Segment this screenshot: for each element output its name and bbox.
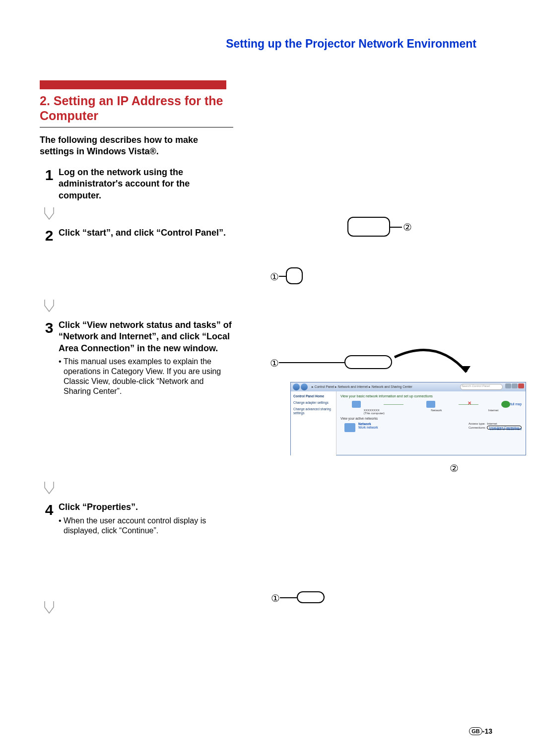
sidebar-link[interactable]: Change advanced sharing settings [293, 407, 334, 415]
down-arrow-icon [40, 600, 59, 614]
intro-text: The following describes how to make sett… [40, 134, 233, 158]
step-3: 3 Click “View network status and tasks” … [40, 319, 233, 396]
step-number: 1 [45, 167, 54, 201]
window-titlebar: ▸ Control Panel ▸ Network and Internet ▸… [291, 382, 526, 391]
page-number: GB-13 [469, 727, 492, 735]
access-type-label: Access type: [469, 422, 485, 425]
sidebar-link[interactable]: Change adapter settings [293, 401, 334, 405]
step-1: 1 Log on the network using the administr… [40, 167, 233, 201]
node-label: Internet [488, 409, 498, 415]
callout-line [279, 362, 344, 363]
sidebar-heading: Control Panel Home [293, 394, 334, 398]
step-number: 2 [45, 227, 54, 243]
arrow-icon [392, 342, 476, 387]
step-title: Click “View network status and tasks” of… [59, 319, 233, 354]
node-sublabel: (This computer) [364, 412, 385, 415]
forward-button-icon[interactable] [301, 383, 308, 390]
computer-icon [352, 401, 361, 408]
callout-box [344, 355, 392, 369]
callout-box [286, 267, 303, 284]
breadcrumb: ▸ Control Panel ▸ Network and Internet ▸… [312, 385, 412, 389]
search-input[interactable]: Search Control Panel [460, 384, 503, 390]
network-status-icon [344, 423, 355, 432]
step-4: 4 Click “Properties”. • When the user ac… [40, 502, 233, 535]
access-type-value: Internet [487, 422, 497, 425]
callout-line [279, 276, 286, 277]
network-name: Network [358, 422, 378, 426]
back-button-icon[interactable] [293, 383, 300, 390]
connection-line-broken [459, 404, 478, 405]
callout-number-1: ① [270, 357, 279, 369]
step-number: 4 [45, 502, 54, 535]
step-note: • This manual uses examples to explain t… [59, 357, 233, 396]
region-badge: GB [469, 727, 482, 735]
node-label: Network [431, 409, 442, 415]
callout-line [280, 597, 297, 598]
network-type: Work network [358, 426, 378, 429]
down-arrow-icon [40, 299, 59, 313]
connect-disconnect-link[interactable]: Connect or disconnect [489, 427, 522, 431]
section-title: Setting up the Projector Network Environ… [40, 37, 476, 51]
callout-number-2: ② [403, 221, 412, 233]
connections-label: Connections: [469, 426, 486, 429]
heading: 2. Setting an IP Address for the Compute… [40, 93, 233, 127]
view-active-label: View your active networks [340, 417, 522, 420]
callout-box [347, 217, 390, 237]
screenshot-network-sharing-center: ▸ Control Panel ▸ Network and Internet ▸… [290, 382, 526, 455]
step-number: 3 [45, 319, 54, 396]
step-note: • When the user account control display … [59, 516, 233, 536]
heading-accent-bar [40, 80, 226, 89]
window-controls[interactable] [505, 383, 524, 388]
step-title: Log on the network using the administrat… [59, 167, 233, 201]
left-column: 2. Setting an IP Address for the Compute… [40, 80, 233, 621]
main-panel: View your basic network information and … [336, 391, 526, 456]
step-2: 2 Click “start”, and click “Control Pane… [40, 227, 233, 243]
sidebar: Control Panel Home Change adapter settin… [291, 391, 336, 456]
step-title: Click “start”, and click “Control Panel”… [59, 227, 233, 239]
callout-number-1: ① [270, 271, 279, 283]
callout-box [297, 591, 325, 603]
panel-headline: View your basic network information and … [340, 394, 522, 398]
down-arrow-icon [40, 481, 59, 495]
callout-number-1: ① [271, 592, 280, 604]
callout-number-2: ② [450, 462, 459, 474]
step-title: Click “Properties”. [59, 502, 233, 513]
connection-line [384, 404, 403, 405]
callout-line [390, 227, 402, 228]
network-icon [426, 401, 435, 408]
internet-icon [501, 401, 510, 408]
down-arrow-icon [40, 206, 59, 220]
right-column: ② ① ① ▸ Control Panel ▸ Network and Inte… [243, 80, 474, 621]
